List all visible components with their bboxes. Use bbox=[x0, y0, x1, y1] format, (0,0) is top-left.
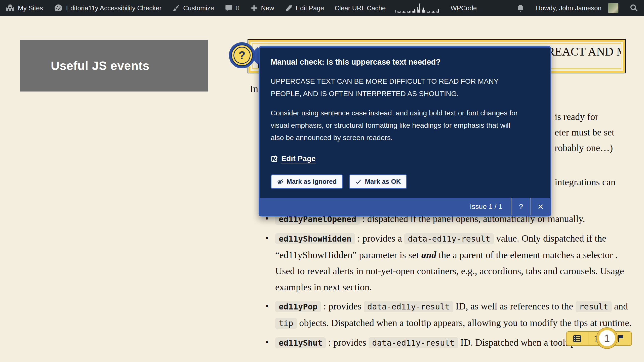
paragraph-fragment-3: robably one…) bbox=[555, 142, 613, 153]
emphasis-text: and bbox=[421, 250, 436, 260]
code-chip: ed11yShut bbox=[275, 337, 326, 348]
code-chip: data-ed11y-result bbox=[369, 337, 458, 348]
brush-icon bbox=[172, 4, 180, 12]
event-list-item: ed11yShowHidden : provides a data-ed11y-… bbox=[264, 230, 635, 295]
code-chip: result bbox=[576, 301, 612, 312]
popup-paragraph-1: UPPERCASE TEXT CAN BE MORE DIFFICULT TO … bbox=[271, 75, 521, 100]
editoria11y-menu[interactable]: Editoria11y Accessibility Checker bbox=[48, 0, 167, 16]
issue-counter: Issue 1 / 1 bbox=[461, 203, 511, 211]
body-text: ID. Dispatched when a tooltip bbox=[458, 337, 575, 348]
comments-menu[interactable]: 0 bbox=[219, 0, 245, 16]
code-chip: data-ed11y-result bbox=[404, 233, 494, 244]
wpcode-label: WPCode bbox=[451, 4, 477, 12]
mark-as-ok-button[interactable]: Mark as OK bbox=[349, 174, 407, 189]
my-sites-label: My Sites bbox=[18, 4, 43, 12]
paragraph-fragment-2: eter must be set bbox=[555, 127, 614, 138]
flag-icon bbox=[616, 334, 625, 343]
comment-icon bbox=[225, 4, 233, 12]
plus-icon bbox=[250, 4, 258, 12]
avatar bbox=[608, 3, 619, 13]
body-text: ID, as well as references to the bbox=[453, 301, 576, 311]
issue-count: 1 bbox=[604, 333, 610, 344]
wpcode-menu[interactable]: WPCode bbox=[445, 0, 482, 16]
edit-page-link-label: Edit Page bbox=[281, 154, 316, 163]
clear-url-cache-label: Clear URL Cache bbox=[335, 4, 386, 12]
account-menu[interactable]: Howdy, John Jameson bbox=[531, 0, 624, 16]
eye-slash-icon bbox=[277, 178, 284, 185]
clear-url-cache-menu[interactable]: Clear URL Cache bbox=[329, 0, 391, 16]
pencil-icon bbox=[285, 4, 293, 12]
intro-paragraph-start: In bbox=[250, 83, 258, 95]
code-chip: ed11yPop bbox=[275, 301, 321, 312]
popup-close-button[interactable]: ✕ bbox=[531, 198, 550, 215]
outline-view-button[interactable] bbox=[567, 332, 588, 345]
code-chip: tip bbox=[275, 318, 297, 329]
my-sites-icon bbox=[5, 3, 15, 13]
editoria11y-popup: Manual check: is this uppercase text nee… bbox=[259, 46, 551, 216]
mark-as-ignored-label: Mark as ignored bbox=[287, 178, 337, 186]
stats-sparkline-icon bbox=[395, 3, 441, 13]
customize-label: Customize bbox=[183, 4, 214, 12]
my-sites-menu[interactable]: My Sites bbox=[0, 0, 48, 16]
gauge-icon bbox=[54, 3, 63, 13]
edit-page-menu[interactable]: Edit Page bbox=[279, 0, 330, 16]
body-text: : provides bbox=[321, 301, 364, 311]
edit-page-label: Edit Page bbox=[296, 4, 324, 12]
code-chip: data-ed11y-result bbox=[364, 301, 453, 312]
popup-help-button[interactable]: ? bbox=[511, 198, 531, 215]
popup-footer: Issue 1 / 1 ? ✕ bbox=[260, 198, 550, 215]
search-button[interactable] bbox=[624, 0, 644, 16]
new-label: New bbox=[261, 4, 274, 12]
edit-square-icon bbox=[271, 155, 278, 162]
new-content-menu[interactable]: New bbox=[245, 0, 279, 16]
page-title: Useful JS events bbox=[51, 59, 149, 73]
bell-icon bbox=[516, 3, 525, 13]
mark-as-ok-label: Mark as OK bbox=[365, 178, 401, 186]
editoria11y-label: Editoria11y Accessibility Checker bbox=[66, 4, 162, 12]
table-grid-icon bbox=[573, 334, 582, 343]
check-icon bbox=[355, 178, 362, 185]
popup-title: Manual check: is this uppercase text nee… bbox=[271, 58, 539, 67]
section-title-box: Useful JS events bbox=[20, 40, 208, 92]
howdy-label: Howdy, John Jameson bbox=[536, 4, 601, 12]
body-text: and bbox=[612, 301, 628, 311]
issue-count-toggle[interactable]: 1 bbox=[597, 328, 617, 348]
popup-paragraph-2: Consider using sentence case instead, an… bbox=[271, 107, 521, 144]
customize-menu[interactable]: Customize bbox=[167, 0, 219, 16]
body-text: : provides bbox=[326, 337, 369, 348]
editoria11y-issue-badge[interactable]: ? bbox=[229, 42, 255, 68]
body-text: objects. Dispatched when a tooltip appea… bbox=[297, 318, 632, 328]
wp-admin-bar: My Sites Editoria11y Accessibility Check… bbox=[0, 0, 644, 16]
comment-count: 0 bbox=[236, 4, 239, 12]
question-badge-icon: ? bbox=[231, 44, 253, 66]
mark-as-ignored-button[interactable]: Mark as ignored bbox=[271, 174, 343, 189]
event-list-item: ed11yPop : provides data-ed11y-result ID… bbox=[264, 298, 635, 331]
paragraph-fragment-1: is ready for bbox=[555, 111, 598, 122]
edit-page-link[interactable]: Edit Page bbox=[271, 154, 316, 163]
search-icon bbox=[629, 3, 639, 13]
body-text: : provides a bbox=[355, 233, 404, 244]
code-chip: ed11yShowHidden bbox=[275, 233, 355, 244]
notifications-menu[interactable] bbox=[510, 0, 531, 16]
paragraph-fragment-4: integrations can bbox=[555, 176, 616, 188]
stats-sparkline[interactable] bbox=[391, 0, 445, 16]
